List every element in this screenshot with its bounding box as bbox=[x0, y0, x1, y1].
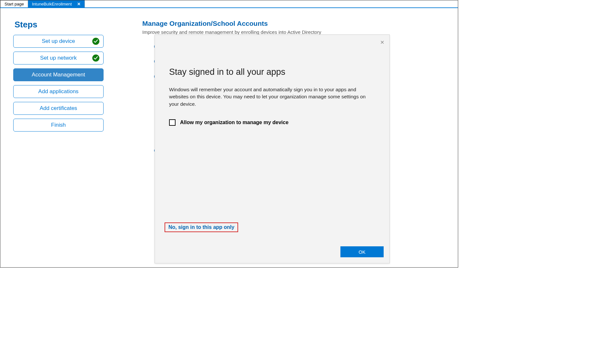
highlight-box: No, sign in to this app only bbox=[165, 222, 238, 232]
tab-label: Start page bbox=[5, 2, 24, 6]
step-setup-network[interactable]: Set up network bbox=[13, 52, 104, 64]
step-label: Add certificates bbox=[40, 105, 77, 112]
close-icon[interactable]: ✕ bbox=[380, 39, 384, 45]
signin-this-app-only-link[interactable]: No, sign in to this app only bbox=[168, 224, 234, 230]
tab-intune[interactable]: IntuneBulkEnrollment ✕ bbox=[28, 0, 85, 7]
tab-start-page[interactable]: Start page bbox=[0, 0, 28, 7]
check-icon bbox=[92, 38, 99, 45]
ok-button[interactable]: OK bbox=[340, 246, 384, 257]
step-label: Set up network bbox=[40, 55, 76, 61]
step-label: Finish bbox=[51, 122, 66, 128]
manage-device-checkbox[interactable] bbox=[169, 119, 176, 126]
step-finish[interactable]: Finish bbox=[13, 119, 104, 132]
step-setup-device[interactable]: Set up device bbox=[13, 35, 104, 48]
dialog-title: Stay signed in to all your apps bbox=[169, 67, 374, 77]
dialog-body: Stay signed in to all your apps Windows … bbox=[155, 35, 389, 126]
dialog-text: Windows will remember your account and a… bbox=[169, 86, 374, 108]
signin-dialog: ✕ Stay signed in to all your apps Window… bbox=[155, 34, 390, 263]
step-label: Set up device bbox=[42, 38, 75, 44]
steps-sidebar: Steps Set up device Set up network Accou… bbox=[13, 20, 104, 135]
manage-device-label: Allow my organization to manage my devic… bbox=[180, 120, 288, 125]
close-icon[interactable]: ✕ bbox=[77, 2, 81, 6]
step-add-certificates[interactable]: Add certificates bbox=[13, 102, 104, 115]
step-add-applications[interactable]: Add applications bbox=[13, 85, 104, 98]
step-label: Add applications bbox=[38, 88, 79, 95]
sidebar-title: Steps bbox=[15, 20, 104, 30]
page-title: Manage Organization/School Accounts bbox=[142, 20, 445, 27]
step-label: Account Management bbox=[32, 72, 85, 78]
step-account-management[interactable]: Account Management bbox=[13, 68, 104, 81]
tab-label: IntuneBulkEnrollment bbox=[32, 2, 72, 6]
page-subtitle: Improve security and remote management b… bbox=[142, 29, 445, 35]
manage-device-row: Allow my organization to manage my devic… bbox=[169, 119, 374, 126]
tab-bar: Start page IntuneBulkEnrollment ✕ bbox=[0, 0, 458, 8]
check-icon bbox=[92, 54, 99, 62]
